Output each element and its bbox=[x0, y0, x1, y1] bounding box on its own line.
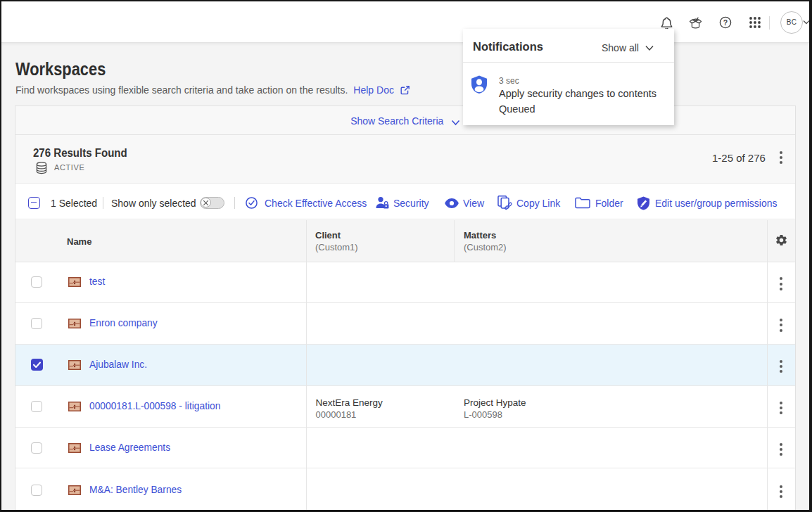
svg-text:?: ? bbox=[723, 18, 728, 27]
